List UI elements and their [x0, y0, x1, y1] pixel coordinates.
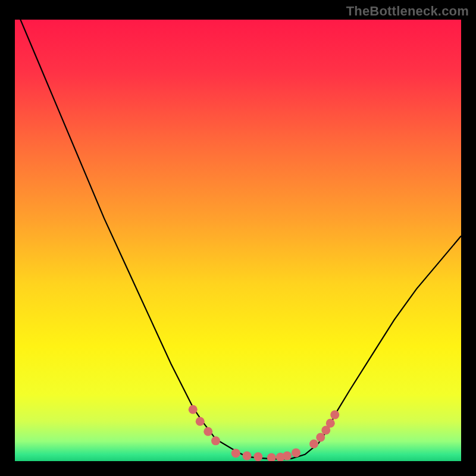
marker-dot: [231, 449, 240, 458]
plot-area: [15, 20, 461, 461]
chart-frame: TheBottleneck.com: [0, 0, 476, 476]
marker-dot: [203, 427, 212, 436]
watermark-text: TheBottleneck.com: [346, 4, 469, 19]
marker-dot: [189, 405, 198, 414]
chart-svg: [15, 20, 461, 461]
gradient-background: [15, 20, 461, 461]
marker-dot: [243, 452, 252, 461]
marker-dot: [309, 440, 318, 449]
marker-dot: [326, 419, 335, 428]
marker-dot: [196, 417, 205, 426]
marker-dot: [211, 436, 220, 445]
marker-dot: [283, 452, 292, 461]
marker-dot: [292, 448, 300, 457]
marker-dot: [316, 433, 325, 441]
marker-dot: [330, 411, 339, 419]
marker-dot: [253, 452, 262, 461]
